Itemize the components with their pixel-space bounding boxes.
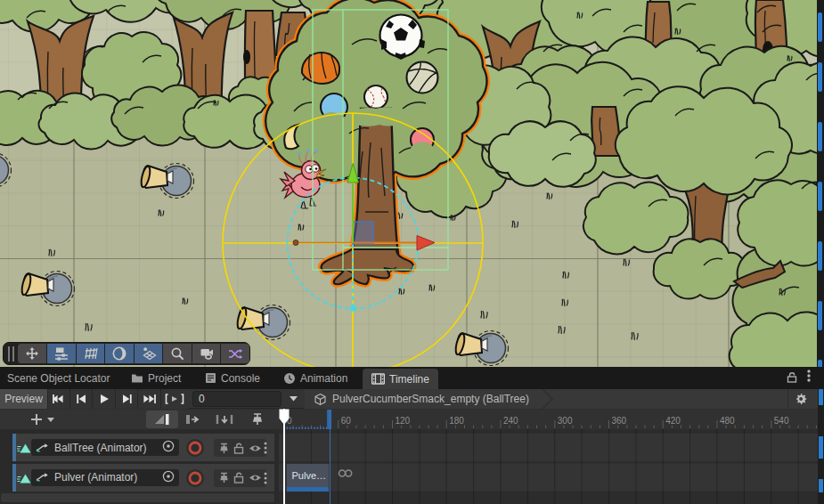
svg-text:60: 60 — [341, 416, 352, 426]
svg-text:480: 480 — [720, 416, 735, 426]
svg-text:420: 420 — [665, 416, 681, 426]
svg-text:540: 540 — [774, 416, 789, 426]
svg-text:360: 360 — [612, 416, 627, 426]
svg-text:180: 180 — [449, 416, 464, 426]
svg-text:240: 240 — [503, 416, 518, 426]
svg-text:120: 120 — [396, 416, 411, 426]
svg-text:300: 300 — [558, 416, 573, 426]
